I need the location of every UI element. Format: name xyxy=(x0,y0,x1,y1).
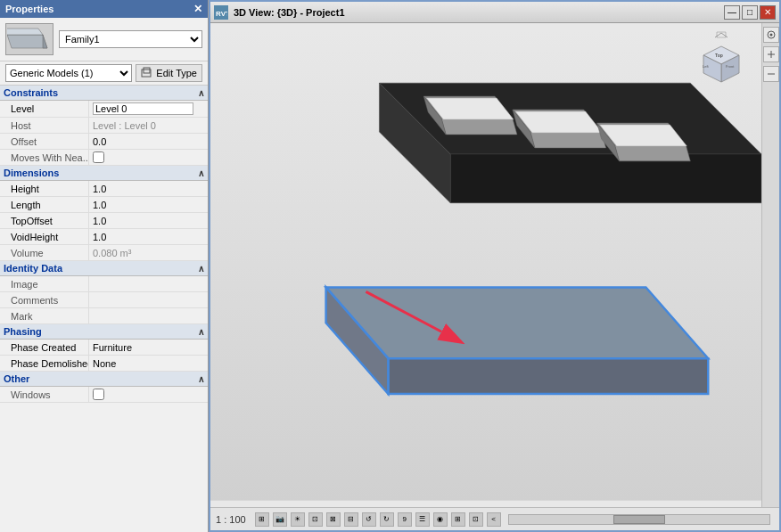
properties-body[interactable]: Family1 Generic Models (1) Edit Type xyxy=(0,18,208,532)
rvt-icon: RVT xyxy=(215,6,227,19)
view-right-controls xyxy=(761,23,779,507)
dimensions-arrow: ∧ xyxy=(198,168,204,178)
type-dropdown[interactable]: Generic Models (1) xyxy=(5,64,132,82)
view-icon: RVT xyxy=(214,5,228,20)
prop-row-length: Length 1.0 xyxy=(0,197,208,213)
properties-title: Properties xyxy=(5,4,53,14)
toolbar-sun-icon[interactable]: ☀ xyxy=(291,512,305,527)
prop-label-topoffset: TopOffset xyxy=(0,213,89,228)
toolbar-9-icon[interactable]: 9 xyxy=(398,512,412,527)
constraints-label: Constraints xyxy=(4,87,58,98)
view-tool-camera[interactable] xyxy=(763,27,779,43)
3d-scene-svg xyxy=(210,23,779,507)
view-titlebar: RVT 3D View: {3D} - Project1 — □ ✕ xyxy=(210,2,779,23)
view-canvas[interactable]: Top Front Left xyxy=(210,23,779,507)
level-input[interactable] xyxy=(93,102,193,115)
toolbar-render-icon[interactable]: ◉ xyxy=(433,512,448,527)
phasing-label: Phasing xyxy=(4,326,42,337)
view-bottom-bar: 1 : 100 ⊞ 📷 ☀ ⊡ ⊠ ⊟ ↺ ↻ 9 ☰ ◉ ⊞ ⊡ < xyxy=(210,507,779,530)
navigation-cube[interactable]: Top Front Left xyxy=(690,30,752,93)
family-name-dropdown[interactable]: Family1 xyxy=(59,30,202,48)
identity-arrow: ∧ xyxy=(198,264,204,274)
svg-marker-24 xyxy=(388,358,708,394)
svg-text:Left: Left xyxy=(703,64,710,69)
prop-value-windows xyxy=(89,387,208,402)
prop-value-moves-with xyxy=(89,150,208,165)
toolbar-crop-icon[interactable]: ⊠ xyxy=(326,512,341,527)
properties-close-btn[interactable]: ✕ xyxy=(193,3,202,15)
prop-row-image: Image xyxy=(0,276,208,292)
svg-marker-23 xyxy=(326,287,709,358)
prop-row-topoffset: TopOffset 1.0 xyxy=(0,213,208,229)
section-header-dimensions[interactable]: Dimensions ∧ xyxy=(0,166,208,181)
prop-row-windows: Windows xyxy=(0,387,208,403)
svg-marker-20 xyxy=(615,145,691,161)
prop-label-image: Image xyxy=(0,276,89,291)
prop-row-phase-demolished: Phase Demolished None xyxy=(0,356,208,372)
svg-marker-0 xyxy=(7,35,47,48)
section-header-constraints[interactable]: Constraints ∧ xyxy=(0,86,208,101)
maximize-button[interactable]: □ xyxy=(742,5,758,20)
toolbar-camera-icon[interactable]: 📷 xyxy=(273,512,287,527)
toolbar-section-icon[interactable]: ⊟ xyxy=(344,512,358,527)
identity-label: Identity Data xyxy=(4,263,62,274)
prop-value-voidheight: 1.0 xyxy=(89,229,208,244)
view-tool-zoom[interactable] xyxy=(763,46,779,62)
prop-label-host: Host xyxy=(0,118,89,133)
nav-cube-svg: Top Front Left xyxy=(690,30,752,93)
prop-value-phase-demolished: None xyxy=(89,356,208,371)
prop-row-height: Height 1.0 xyxy=(0,181,208,197)
family-thumbnail-svg xyxy=(7,26,52,53)
toolbar-grid-icon[interactable]: ⊞ xyxy=(255,512,269,527)
prop-row-voidheight: VoidHeight 1.0 xyxy=(0,229,208,245)
windows-checkbox[interactable] xyxy=(93,389,104,400)
prop-label-level: Level xyxy=(0,101,89,117)
prop-label-mark: Mark xyxy=(0,308,89,323)
prop-label-voidheight: VoidHeight xyxy=(0,229,89,244)
section-header-phasing[interactable]: Phasing ∧ xyxy=(0,324,208,340)
edit-type-button[interactable]: Edit Type xyxy=(136,64,202,82)
prop-value-comments xyxy=(89,292,208,307)
toolbar-model-icon[interactable]: ⊡ xyxy=(308,512,323,527)
prop-value-offset: 0.0 xyxy=(89,134,208,149)
svg-rect-4 xyxy=(144,68,150,73)
prop-label-comments: Comments xyxy=(0,292,89,307)
minimize-button[interactable]: — xyxy=(724,5,740,20)
other-arrow: ∧ xyxy=(198,374,204,384)
svg-text:Top: Top xyxy=(715,53,723,58)
prop-value-mark xyxy=(89,308,208,323)
toolbar-layers-icon[interactable]: ☰ xyxy=(415,512,430,527)
close-button[interactable]: ✕ xyxy=(760,5,776,20)
prop-label-height: Height xyxy=(0,181,89,196)
toolbar-export-icon[interactable]: ⊡ xyxy=(469,512,483,527)
svg-marker-9 xyxy=(450,154,761,203)
prop-value-length: 1.0 xyxy=(89,197,208,212)
camera-icon xyxy=(766,29,777,40)
scale-label: 1 : 100 xyxy=(216,514,246,525)
view-tool-pan[interactable] xyxy=(763,66,779,82)
prop-row-offset: Offset 0.0 xyxy=(0,134,208,150)
svg-point-35 xyxy=(769,34,772,37)
toolbar-detail-icon[interactable]: ⊞ xyxy=(451,512,465,527)
prop-row-volume: Volume 0.080 m³ xyxy=(0,245,208,261)
type-selector-row: Generic Models (1) Edit Type xyxy=(0,61,208,86)
family-selector: Family1 xyxy=(0,18,208,61)
bottom-scrollbar[interactable] xyxy=(508,514,770,525)
scrollbar-thumb xyxy=(613,515,665,524)
view-panel: RVT 3D View: {3D} - Project1 — □ ✕ xyxy=(209,0,781,532)
toolbar-nav-icon[interactable]: < xyxy=(487,512,501,527)
other-label: Other xyxy=(4,373,29,384)
edit-type-icon xyxy=(141,67,153,79)
prop-row-moves-with: Moves With Nea... xyxy=(0,150,208,166)
section-header-other[interactable]: Other ∧ xyxy=(0,372,208,387)
moves-with-checkbox[interactable] xyxy=(93,151,104,163)
pan-icon xyxy=(766,69,777,79)
family-thumbnail xyxy=(5,23,53,55)
prop-label-volume: Volume xyxy=(0,245,89,260)
prop-value-height: 1.0 xyxy=(89,181,208,196)
toolbar-redo-icon[interactable]: ↻ xyxy=(380,512,394,527)
toolbar-undo-icon[interactable]: ↺ xyxy=(362,512,376,527)
prop-value-phase-created: Furniture xyxy=(89,340,208,355)
section-header-identity[interactable]: Identity Data ∧ xyxy=(0,261,208,276)
prop-value-volume: 0.080 m³ xyxy=(89,245,208,260)
